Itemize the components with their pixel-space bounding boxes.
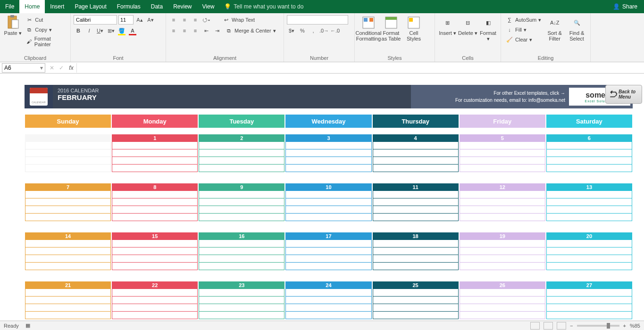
day-body[interactable] [285,289,371,321]
day-body[interactable] [546,289,632,321]
calendar-day[interactable]: 22 [111,281,198,321]
grow-font-button[interactable]: A▴ [135,15,144,25]
calendar-day[interactable]: 23 [198,281,285,321]
align-bottom-button[interactable]: ≡ [191,15,200,25]
day-body[interactable] [546,240,632,275]
calendar-day[interactable]: 24 [285,281,372,321]
tab-page-layout[interactable]: Page Layout [69,0,111,13]
zoom-in-button[interactable]: + [623,323,626,329]
tab-review[interactable]: Review [168,0,197,13]
calendar-day[interactable]: 25 [372,281,459,321]
day-body[interactable] [199,289,284,321]
day-body[interactable] [199,191,284,226]
tab-view[interactable]: View [197,0,220,13]
italic-button[interactable]: I [84,26,94,35]
delete-cells-button[interactable]: ⊟Delete ▾ [458,15,477,41]
percent-button[interactable]: % [298,26,307,35]
calendar-day[interactable]: 12 [459,183,546,226]
day-body[interactable] [460,289,545,321]
enter-formula-button[interactable]: ✓ [57,63,66,73]
calendar-day[interactable]: 13 [546,183,633,226]
day-body[interactable] [25,289,111,321]
day-body[interactable] [25,142,111,177]
calendar-day[interactable] [25,134,111,177]
day-body[interactable] [460,240,545,275]
tab-file[interactable]: File [0,0,19,13]
format-as-table-button[interactable]: Format as Table [380,15,402,41]
calendar-day[interactable]: 5 [459,134,546,177]
calendar-day[interactable]: 7 [25,183,111,226]
format-painter-button[interactable]: 🖌Format Painter [24,35,67,48]
calendar-day[interactable]: 9 [198,183,285,226]
calendar-day[interactable]: 1 [111,134,198,177]
tab-data[interactable]: Data [146,0,168,13]
copy-button[interactable]: ⧉Copy ▾ [24,25,67,34]
day-body[interactable] [199,142,284,177]
align-center-button[interactable]: ≡ [180,26,189,35]
calendar-day[interactable]: 26 [459,281,546,321]
clear-button[interactable]: 🧹Clear ▾ [504,35,543,44]
day-body[interactable] [546,142,632,177]
borders-button[interactable]: ⊞▾ [106,26,116,35]
shrink-font-button[interactable]: A▾ [146,15,155,25]
currency-button[interactable]: $▾ [287,26,296,35]
day-body[interactable] [285,191,371,226]
paste-button[interactable]: Paste ▾ [3,15,23,48]
day-body[interactable] [112,142,198,177]
day-body[interactable] [25,240,111,275]
align-left-button[interactable]: ≡ [169,26,178,35]
align-right-button[interactable]: ≡ [191,26,200,35]
share-button[interactable]: 👤 Share [606,3,644,10]
view-pagelayout-button[interactable] [544,322,553,330]
sort-filter-button[interactable]: A↓ZSort & Filter [544,15,565,44]
calendar-day[interactable]: 11 [372,183,459,226]
tab-home[interactable]: Home [19,0,45,13]
view-normal-button[interactable] [530,322,540,330]
format-cells-button[interactable]: ◧Format ▾ [478,15,498,41]
tab-insert[interactable]: Insert [45,0,69,13]
day-body[interactable] [112,240,198,275]
day-body[interactable] [546,191,632,226]
day-body[interactable] [285,142,371,177]
orientation-button[interactable]: ⭯▾ [201,15,211,25]
calendar-day[interactable]: 4 [372,134,459,177]
day-body[interactable] [199,240,284,275]
day-body[interactable] [285,240,371,275]
tell-me-search[interactable]: 💡 Tell me what you want to do [219,3,308,10]
day-body[interactable] [460,191,545,226]
day-body[interactable] [25,191,111,226]
calendar-day[interactable]: 20 [546,232,633,275]
worksheet-area[interactable]: 2016 CALENDAR FEBRUARY For other Excel t… [0,74,644,321]
day-body[interactable] [373,191,459,226]
back-to-menu-button[interactable]: ⮌ Back to Menu [605,85,642,104]
fill-color-button[interactable]: 🪣 [117,26,126,35]
inc-decimal-button[interactable]: .0→ [319,26,329,35]
calendar-day[interactable]: 2 [198,134,285,177]
calendar-day[interactable]: 17 [285,232,372,275]
day-body[interactable] [373,289,459,321]
cut-button[interactable]: ✂Cut [24,15,67,25]
zoom-level[interactable]: %85 [630,323,640,329]
cancel-formula-button[interactable]: ✕ [47,63,57,73]
calendar-day[interactable]: 18 [372,232,459,275]
indent-inc-button[interactable]: ⇥ [212,26,222,35]
calendar-day[interactable]: 10 [285,183,372,226]
indent-dec-button[interactable]: ⇤ [201,26,211,35]
calendar-day[interactable]: 6 [546,134,633,177]
cell-styles-button[interactable]: Cell Styles [403,15,425,41]
dec-decimal-button[interactable]: ←.0 [330,26,340,35]
day-body[interactable] [373,240,459,275]
macro-icon[interactable]: ▦ [25,322,30,329]
number-format-select[interactable] [287,15,348,25]
calendar-day[interactable]: 14 [25,232,111,275]
formula-input[interactable] [76,63,644,73]
font-color-button[interactable]: A [128,26,137,35]
zoom-out-button[interactable]: − [570,323,573,329]
day-body[interactable] [112,191,198,226]
calendar-day[interactable]: 27 [546,281,633,321]
comma-button[interactable]: , [309,26,318,35]
calendar-day[interactable]: 19 [459,232,546,275]
bold-button[interactable]: B [74,26,83,35]
calendar-day[interactable]: 8 [111,183,198,226]
align-middle-button[interactable]: ≡ [180,15,189,25]
